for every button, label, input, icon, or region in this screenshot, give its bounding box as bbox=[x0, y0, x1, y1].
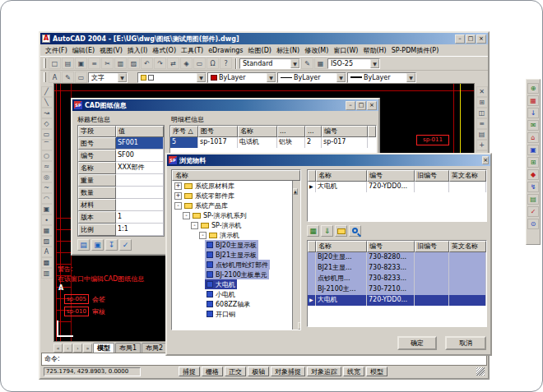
minimize-button[interactable]: – bbox=[346, 101, 355, 110]
maximize-button[interactable]: □ bbox=[356, 101, 366, 110]
add-down-icon[interactable]: ⇓ bbox=[321, 225, 333, 237]
toolbar-icon[interactable]: □ bbox=[49, 58, 61, 69]
toolbar-icon[interactable]: ◈ bbox=[180, 58, 193, 69]
toolbar-icon[interactable]: ≡ bbox=[88, 58, 100, 69]
plugin-tool-icon[interactable]: ▣ bbox=[527, 145, 539, 155]
draw-tool-icon[interactable]: ▩ bbox=[41, 257, 53, 268]
plugin-tool-icon[interactable]: ⊕ bbox=[527, 83, 539, 94]
draw-tool-icon[interactable]: ▥ bbox=[41, 268, 53, 279]
menu-item[interactable]: 窗口(W) bbox=[331, 46, 360, 55]
tab-layout2[interactable]: 布局2 bbox=[142, 343, 167, 353]
toolbar-grip[interactable] bbox=[44, 58, 46, 68]
menu-item[interactable]: 插入(I) bbox=[125, 46, 151, 55]
draw-tool-icon[interactable]: ∙ bbox=[41, 214, 53, 225]
plugin-tool-icon[interactable]: ✓ bbox=[527, 206, 539, 217]
chevron-down-icon[interactable]: ▼ bbox=[267, 73, 276, 82]
toolbar-icon[interactable]: ↶ bbox=[141, 58, 153, 69]
dialog-title-bar[interactable]: SP CAD图纸信息 – □ × bbox=[72, 99, 378, 111]
toolbar-icon[interactable]: ▭ bbox=[75, 71, 87, 83]
collapse-icon[interactable]: - bbox=[174, 202, 182, 210]
menu-item[interactable]: 工具(T) bbox=[179, 46, 206, 55]
lineweight-combo[interactable]: ByLayer ▼ bbox=[347, 72, 416, 83]
status-toggle-button[interactable]: 捕捉 bbox=[179, 367, 200, 376]
chevron-down-icon[interactable]: ▼ bbox=[336, 73, 346, 82]
status-toggle-button[interactable]: 极轴 bbox=[248, 367, 269, 376]
toolbar-icon[interactable]: ✎ bbox=[301, 58, 313, 69]
cancel-button[interactable]: 取消 bbox=[445, 336, 486, 350]
menu-item[interactable]: 帮助(H) bbox=[360, 46, 388, 55]
linetype-combo[interactable]: ByLayer ▼ bbox=[277, 72, 346, 83]
table-row[interactable]: 比例1:1 bbox=[78, 224, 164, 236]
draw-tool-icon[interactable]: ≈ bbox=[41, 161, 53, 172]
menu-item[interactable]: 编辑(E) bbox=[70, 46, 97, 55]
plugin-tool-icon[interactable]: ↓ bbox=[527, 108, 539, 118]
draw-tool-icon[interactable]: ▭ bbox=[41, 129, 53, 140]
dialog-tool-icon[interactable]: ▤ bbox=[77, 239, 90, 251]
modify-tool-icon[interactable]: ◫ bbox=[476, 108, 488, 118]
toolbar-icon[interactable]: ? bbox=[220, 58, 232, 69]
toolbar-icon[interactable]: ▥ bbox=[114, 58, 127, 69]
toolbar-icon[interactable]: ▣ bbox=[75, 58, 87, 69]
collapse-icon[interactable]: - bbox=[191, 222, 198, 229]
table-row[interactable]: 材料 bbox=[78, 199, 164, 211]
menu-item[interactable]: 修改(M) bbox=[302, 46, 331, 55]
minimize-button[interactable]: – bbox=[455, 35, 465, 44]
plugin-tool-icon[interactable]: ⊞ bbox=[527, 157, 539, 168]
tree-header[interactable]: 名称 bbox=[172, 170, 300, 181]
dialog-tool-icon[interactable]: ▣ bbox=[91, 239, 104, 251]
toolbar-icon[interactable]: Ω bbox=[207, 58, 219, 69]
tree-item[interactable]: -SP-演示机 bbox=[172, 220, 300, 230]
status-toggle-button[interactable]: 正交 bbox=[225, 367, 246, 376]
chevron-down-icon[interactable]: ▼ bbox=[406, 73, 415, 82]
title-bar[interactable]: A AutoCAD 2004 - [E:\UG\dwg\图纸\测试用图(部件).… bbox=[40, 33, 488, 44]
text-toolbar-combo[interactable]: 文字 ▼ bbox=[88, 72, 128, 83]
table-row[interactable]: 5 sp-1017 电话机 铝块 2 sp-017 bbox=[170, 137, 376, 148]
draw-tool-icon[interactable]: ○ bbox=[41, 150, 53, 161]
modify-tool-icon[interactable]: ⊞ bbox=[476, 97, 488, 108]
tree-item[interactable]: 小电机 bbox=[172, 289, 300, 299]
toolbar-icon[interactable]: ✂ bbox=[101, 58, 114, 69]
tree-item[interactable]: +系统原材料库 bbox=[172, 181, 300, 191]
tab-prev-button[interactable]: ‹ bbox=[63, 344, 72, 353]
collapse-icon[interactable]: - bbox=[183, 212, 190, 219]
menu-item[interactable]: SP-PDM插件(P) bbox=[389, 46, 442, 55]
close-button[interactable]: × bbox=[367, 101, 377, 110]
tab-first-button[interactable]: « bbox=[53, 344, 63, 353]
toolbar-icon[interactable]: ✎ bbox=[62, 71, 74, 83]
maximize-button[interactable]: □ bbox=[466, 35, 476, 44]
table-row[interactable]: 图号SF001 bbox=[78, 137, 164, 150]
resize-grip[interactable] bbox=[476, 367, 485, 376]
tab-next-button[interactable]: › bbox=[73, 344, 82, 353]
layer-combo[interactable]: ▼ bbox=[137, 72, 207, 83]
draw-tool-icon[interactable]: ▨ bbox=[41, 236, 53, 247]
menu-item[interactable]: eDrawings bbox=[206, 47, 245, 54]
table-row[interactable]: BJ-2100主... 730-7210... bbox=[308, 284, 486, 295]
plugin-tool-icon[interactable]: ◆ bbox=[527, 169, 539, 180]
tree-item[interactable]: BJ-2100主板单元 bbox=[172, 270, 300, 279]
tree-item[interactable]: BJ20主显示板 bbox=[172, 240, 300, 250]
draw-tool-icon[interactable]: A bbox=[41, 247, 53, 257]
dialog-tool-icon[interactable]: ✓ bbox=[119, 239, 132, 251]
chevron-down-icon[interactable]: ▼ bbox=[197, 73, 206, 82]
tree-item[interactable]: 点钞机用蛇灯部件 bbox=[172, 260, 300, 270]
tab-last-button[interactable]: » bbox=[83, 344, 92, 353]
collapse-icon[interactable]: - bbox=[199, 232, 207, 239]
draw-tool-icon[interactable]: ~ bbox=[41, 182, 53, 193]
coordinates-display[interactable]: 725.1794, 429.8903, 0.0000 bbox=[44, 367, 141, 376]
modify-tool-icon[interactable]: ✕ bbox=[476, 86, 488, 97]
table-row[interactable]: BJ20主显... 730-8280... bbox=[308, 252, 486, 263]
close-button[interactable]: × bbox=[482, 156, 489, 164]
table-row[interactable]: 版本1 bbox=[78, 211, 164, 224]
status-toggle-button[interactable]: 模型 bbox=[366, 367, 388, 376]
menu-item[interactable]: 视图(V) bbox=[97, 46, 125, 55]
plugin-tool-icon[interactable]: ▤ bbox=[527, 194, 539, 205]
table-row[interactable]: 名称XXX部件 bbox=[78, 162, 164, 174]
folder-open-icon[interactable] bbox=[335, 225, 347, 237]
draw-tool-icon[interactable]: ╲ bbox=[41, 97, 53, 108]
tab-model[interactable]: 模型 bbox=[93, 343, 114, 353]
toolbar-icon[interactable]: ▨ bbox=[128, 58, 140, 69]
draw-tool-icon[interactable]: ◠ bbox=[41, 193, 53, 204]
table-row[interactable]: 编号SF00 bbox=[78, 150, 164, 162]
toolbar-icon[interactable]: ⇄ bbox=[167, 58, 179, 69]
toolbar-icon[interactable]: ▦ bbox=[314, 58, 327, 69]
